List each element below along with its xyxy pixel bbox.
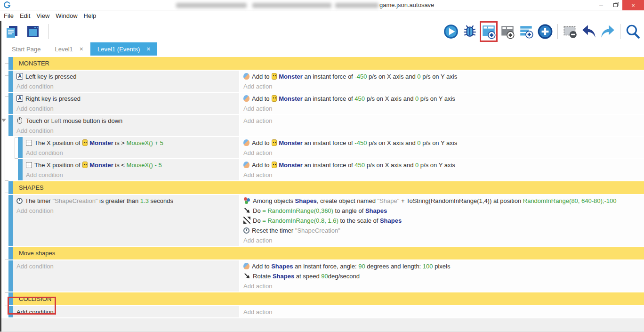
action[interactable]: Among objects Shapes, create object name…	[243, 196, 644, 206]
add-sub-event-button[interactable]	[499, 22, 516, 41]
add-action-button[interactable]: Add action	[243, 170, 644, 180]
window-title: game.json.autosave	[379, 1, 434, 8]
tab-level1-events[interactable]: Level1 (Events)×	[90, 42, 158, 56]
close-tab-icon[interactable]: ×	[80, 45, 83, 53]
event-row: Add condition Add action	[0, 306, 644, 317]
event-selection-bar[interactable]	[18, 137, 23, 158]
tab-start-page[interactable]: Start Page	[5, 42, 48, 56]
close-button[interactable]: ×	[622, 0, 644, 10]
event-selection-bar[interactable]	[8, 195, 13, 246]
add-action-button[interactable]: Add action	[243, 148, 644, 158]
action[interactable]: Rotate Shapes at speed 90deg/second	[243, 271, 644, 281]
add-action-button[interactable]: Add action	[243, 281, 644, 291]
sub-event-row: The X position of Monster is < MouseX() …	[0, 159, 644, 180]
add-condition-button[interactable]: Add condition	[26, 148, 239, 158]
timer-icon	[243, 227, 250, 234]
keyboard-icon	[16, 95, 23, 102]
keyboard-icon	[16, 73, 23, 80]
event-selection-bar[interactable]	[18, 159, 23, 180]
redo-button[interactable]	[599, 22, 616, 41]
toolbar	[0, 21, 644, 42]
scene-editor-button[interactable]	[24, 22, 41, 41]
menu-edit[interactable]: Edit	[20, 12, 35, 19]
gdevelop-logo-icon	[3, 1, 11, 11]
add-condition-button[interactable]: Add condition	[16, 126, 239, 136]
action[interactable]: Reset the timer "ShapeCreation"	[243, 226, 644, 235]
action[interactable]: Add to Monster an instant force of 450 p…	[243, 160, 644, 170]
action-text: Add to Monster an instant force of 450 p…	[252, 162, 455, 169]
add-condition-button[interactable]: Add condition	[16, 206, 239, 216]
event-selection-bar[interactable]	[8, 260, 13, 292]
event-selection-bar[interactable]	[8, 93, 13, 114]
action[interactable]: Do = RandomInRange(0.8, 1.6) to the scal…	[243, 216, 644, 226]
action[interactable]: Add to Monster an instant force of 450 p…	[243, 94, 644, 104]
condition[interactable]: The X position of Monster is < MouseX() …	[26, 160, 239, 170]
event-row: Add condition Add to Shapes an instant f…	[0, 260, 644, 292]
action[interactable]: Add to Monster an instant force of -450 …	[243, 138, 644, 148]
search-button[interactable]	[624, 22, 641, 41]
condition[interactable]: The X position of Monster is > MouseX() …	[26, 138, 239, 148]
add-action-button[interactable]: Add action	[243, 116, 644, 126]
add-condition-button[interactable]: Add condition	[16, 81, 239, 91]
menu-window[interactable]: Window	[56, 12, 82, 19]
action[interactable]: Do = RandomInRange(0,360) to angle of Sh…	[243, 206, 644, 216]
add-condition-button[interactable]: Add condition	[16, 307, 239, 317]
undo-button[interactable]	[580, 22, 597, 41]
action[interactable]: Add to Shapes an instant force, angle: 9…	[243, 261, 644, 271]
group-header-monster[interactable]: MONSTER	[13, 57, 644, 70]
actions-cell: Add to Monster an instant force of -450 …	[240, 137, 644, 158]
tab-label: Level1 (Events)	[97, 46, 140, 53]
actions-cell: Add action	[240, 306, 644, 317]
add-action-button[interactable]: Add action	[243, 235, 644, 245]
actions-cell: Add to Monster an instant force of 450 p…	[240, 93, 644, 114]
add-condition-button[interactable]: Add condition	[16, 104, 239, 113]
event-selection-bar[interactable]	[8, 292, 13, 305]
toolbar-separator	[48, 24, 48, 39]
event-selection-bar[interactable]	[8, 306, 13, 317]
sheet-empty-area	[0, 318, 644, 332]
close-tab-icon[interactable]: ×	[146, 45, 150, 53]
add-condition-button[interactable]: Add condition	[16, 261, 239, 271]
add-event-button[interactable]	[480, 22, 497, 41]
group-header-move-shapes[interactable]: Move shapes	[13, 247, 644, 259]
add-action-button[interactable]: Add action	[243, 81, 644, 91]
action-text: Among objects Shapes, create object name…	[253, 197, 617, 204]
toolbar-separator	[557, 24, 558, 39]
menu-file[interactable]: File	[4, 12, 19, 19]
add-action-button[interactable]: Add action	[243, 307, 644, 317]
toolbar-separator	[620, 24, 620, 39]
condition[interactable]: Touch or Left mouse button is down	[16, 116, 239, 126]
condition[interactable]: Left key is pressed	[16, 72, 239, 81]
play-button[interactable]	[443, 22, 459, 41]
add-action-button[interactable]: Add action	[243, 104, 644, 113]
tab-level1[interactable]: Level1×	[48, 42, 90, 56]
project-manager-button[interactable]	[4, 22, 21, 41]
conditions-cell: Left key is pressed Add condition	[13, 71, 240, 92]
timer-icon	[16, 198, 23, 204]
sub-event-row: The X position of Monster is > MouseX() …	[0, 137, 644, 158]
redacted-path-block	[176, 3, 247, 8]
condition[interactable]: Right key is pressed	[16, 94, 239, 104]
condition[interactable]: The timer "ShapeCreation" is greater tha…	[16, 196, 239, 206]
menu-help[interactable]: Help	[84, 12, 102, 19]
event-selection-bar[interactable]	[8, 115, 13, 136]
monster-object-icon	[272, 95, 277, 102]
event-selection-bar[interactable]	[8, 181, 13, 194]
action[interactable]: Add to Monster an instant force of -450 …	[243, 72, 644, 81]
event-selection-bar[interactable]	[8, 57, 13, 70]
monster-object-icon	[82, 162, 88, 168]
debug-button[interactable]	[461, 22, 478, 41]
minimize-button[interactable]: –	[594, 0, 608, 10]
add-other-button[interactable]	[537, 22, 554, 41]
conditions-cell: The timer "ShapeCreation" is greater tha…	[13, 195, 240, 246]
delete-event-button[interactable]	[562, 22, 579, 41]
conditions-cell: The X position of Monster is > MouseX() …	[23, 137, 240, 158]
group-header-shapes[interactable]: SHAPES	[13, 181, 644, 194]
restore-button[interactable]	[608, 0, 622, 10]
add-condition-button[interactable]: Add condition	[26, 170, 239, 180]
event-selection-bar[interactable]	[8, 71, 13, 92]
event-selection-bar[interactable]	[8, 247, 13, 259]
add-comment-button[interactable]	[518, 22, 535, 41]
menu-view[interactable]: View	[36, 12, 55, 19]
group-header-collision[interactable]: COLLISION	[13, 292, 644, 305]
